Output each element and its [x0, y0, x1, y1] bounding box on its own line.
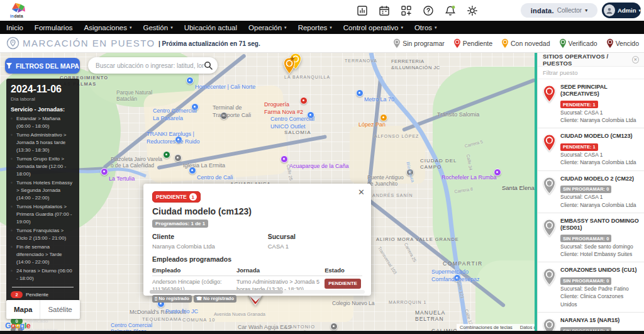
- tenant-name: Collector: [557, 7, 582, 14]
- map-label: Car Wash Aguja E&S: [238, 317, 291, 331]
- legend-pin-icon: [606, 38, 614, 48]
- search-input[interactable]: [96, 62, 204, 69]
- map-label: Supermercado Comfandi Desepaz: [431, 262, 480, 283]
- schedule-day-type: Día laboral: [11, 96, 75, 102]
- close-icon[interactable]: ✕: [358, 187, 365, 197]
- map-label: Acuaparque de la Caña: [289, 156, 349, 170]
- map-poi-icon[interactable]: [101, 168, 108, 175]
- nav-item[interactable]: Formularios: [35, 24, 73, 31]
- google-logo[interactable]: Google: [5, 321, 30, 330]
- site-cliente: Cliente: Naranya Colombia Ltda: [560, 116, 640, 124]
- nav-item[interactable]: Asignaciones ▾: [84, 24, 132, 31]
- google-logo-letter: g: [20, 321, 25, 330]
- site-name: CORAZONES UNIDOS (CU1): [560, 267, 640, 274]
- map-filters-button[interactable]: FILTROS DEL MAPA: [5, 58, 80, 74]
- cluster-star-icon: ★: [289, 55, 296, 63]
- map-type-map-button[interactable]: Mapa: [6, 300, 40, 319]
- map-label: Parque Natural Bataclán: [116, 82, 152, 103]
- site-pin-icon: [543, 85, 556, 103]
- map-label: Plazoleta Jairo Varela o de La Caleñidad: [111, 149, 162, 169]
- map-poi-icon[interactable]: [174, 154, 182, 162]
- attribution-shortcuts-link[interactable]: Combinaciones de teclas: [460, 325, 513, 330]
- notifications-icon[interactable]: [444, 4, 456, 16]
- map-filters-label: FILTROS DEL MAPA: [16, 62, 79, 70]
- map-poi-icon[interactable]: [186, 77, 194, 84]
- site-status-badge: SIN PROGRAMAR: 0: [560, 235, 611, 242]
- site-list-item[interactable]: CORAZONES UNIDOS (CU1) SIN PROGRAMAR: 0 …: [538, 262, 644, 313]
- empleado-row: Anderson Hincapie (código: 1113663691) ▯…: [152, 276, 362, 303]
- map-label: TRANKI Earplugs | Reductores de Ruido: [147, 124, 200, 145]
- map-label: Puente Antiguo de Juanchito: [367, 167, 404, 187]
- settings-icon[interactable]: [466, 4, 478, 16]
- calendar-icon[interactable]: [378, 4, 390, 16]
- popup-scrollbar[interactable]: [150, 290, 365, 294]
- sucursal-label: Sucursal: [268, 233, 362, 240]
- chart-icon[interactable]: [356, 4, 368, 16]
- nav-item[interactable]: Gestión ▾: [143, 24, 173, 31]
- nav-item[interactable]: Reportes ▾: [298, 24, 332, 31]
- site-list-item[interactable]: SEDE PRINCIPAL (3CREATIVES) PENDIENTE: 1…: [538, 79, 644, 128]
- legend-item: Con novedad: [501, 38, 550, 48]
- nav-item[interactable]: Otros ▾: [414, 24, 437, 31]
- nav-item[interactable]: Control operativo ▾: [343, 24, 403, 31]
- map-label: ALIRIO MORA VALLE GRANDE: [376, 231, 459, 243]
- map-type-control: Mapa Satélite: [6, 300, 80, 319]
- map-poi-icon[interactable]: [356, 89, 364, 97]
- panel-divider: [12, 287, 74, 287]
- site-list-item[interactable]: NARANYA 15 (NAR15) SIN PROGRAMAR: 0 Sucu…: [538, 313, 644, 331]
- tenant-brand: indata.: [531, 7, 554, 14]
- site-name: NARANYA 15 (NAR15): [560, 317, 636, 324]
- site-list-item[interactable]: CIUDAD MODELO (CM123) PENDIENTE: 1 Sucur…: [538, 128, 644, 170]
- page-pin-icon: [6, 36, 19, 52]
- site-sucursal: Sucursal: CASA 1: [560, 193, 636, 201]
- empleado-estado-badge: PENDIENTE: [325, 279, 361, 289]
- site-popup: ✕ PENDIENTE 1 Ciudad modelo (cm123) Prog…: [143, 184, 371, 296]
- nav-item[interactable]: Ubicación actual: [184, 24, 237, 31]
- nav-item-label: Operación: [248, 24, 282, 31]
- chevron-down-icon: ▾: [585, 8, 587, 13]
- jornada-item: Turno Administrativo > Jornada 5 horas t…: [11, 131, 75, 154]
- site-name: EMBASSY SANTO DOMINGO (ESD01): [560, 218, 640, 231]
- site-cliente: Cliente: Hotel Embassy Suites: [560, 250, 640, 258]
- sidebar-close-icon[interactable]: ✕: [632, 56, 639, 64]
- map-label: Centro de Cali: [197, 167, 233, 182]
- map-label: ALFONSO LÓPEZ: [374, 128, 419, 140]
- search-icon[interactable]: [204, 61, 213, 70]
- site-list-item[interactable]: EMBASSY SANTO DOMINGO (ESD01) SIN PROGRA…: [538, 213, 644, 262]
- apps-add-icon[interactable]: [400, 4, 412, 16]
- sites-sidebar: SITIOS OPERATIVOS / PUESTOS ✕ SEDE PRINC…: [537, 53, 644, 331]
- help-icon[interactable]: [422, 4, 434, 16]
- legend-item: Sin programar: [393, 38, 445, 48]
- site-list-item[interactable]: CIUDAD MODELO 2 (CM22) SIN PROGRAMAR: 0 …: [538, 171, 644, 213]
- nav-item[interactable]: Operación ▾: [248, 24, 287, 31]
- cliente-value: Naranya Colombia Ltda: [152, 243, 268, 250]
- legend-pin-icon: [559, 38, 567, 48]
- nav-item[interactable]: Inicio: [6, 24, 23, 31]
- sidebar-header: SITIOS OPERATIVOS / PUESTOS ✕: [538, 53, 644, 67]
- site-name: CIUDAD MODELO (CM123): [560, 133, 636, 140]
- jornada-item: Estandar > Mañana (06:00 - 18:00): [11, 115, 75, 130]
- site-pin-icon: [543, 268, 556, 286]
- indata-logo[interactable]: indata: [9, 2, 30, 19]
- map-poi-icon[interactable]: [163, 151, 170, 159]
- site-cliente: Cliente: Naranya Colombia Ltda: [560, 159, 636, 166]
- map-type-satellite-button[interactable]: Satélite: [40, 300, 79, 319]
- tenant-selector[interactable]: indata. Collector ▾: [521, 3, 597, 18]
- map-label: Tránsito Salomia: [437, 104, 479, 119]
- user-menu[interactable]: Admin ▾: [602, 3, 641, 18]
- refresh-countdown: | Próxima actualización en 71 seg.: [158, 40, 260, 47]
- map-poi-icon[interactable]: [330, 323, 338, 330]
- jornada-item: Turnos Hoteles Embassy > Segunda Jornada…: [11, 179, 75, 202]
- map-label: Terminal Aguablanca: [338, 323, 391, 331]
- chevron-down-icon: ▾: [330, 25, 332, 30]
- map-label: SALOMIA: [284, 123, 311, 136]
- legend-pin-icon: [453, 38, 461, 48]
- site-status-badge: PENDIENTE: 1: [560, 143, 598, 151]
- map-poi-icon[interactable]: [280, 155, 288, 163]
- nav-item-label: Control operativo: [343, 24, 399, 31]
- filter-input[interactable]: [543, 69, 639, 76]
- marker-cluster-con-novedad[interactable]: ★: [283, 53, 306, 75]
- contact-badge: ☎ No registrado: [194, 295, 236, 303]
- legend-label: Con novedad: [511, 40, 550, 47]
- map-label: FERRETERIA &ILLUMINACIÓN JC: [391, 53, 440, 70]
